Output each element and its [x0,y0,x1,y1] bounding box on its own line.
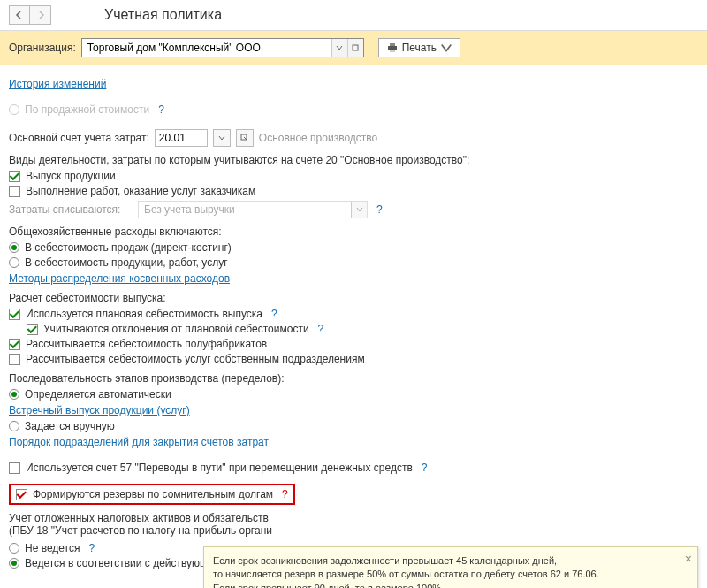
stages-manual-radio[interactable] [9,421,19,431]
semi-finished-label: Рассчитывается себестоимость полуфабрика… [26,338,267,350]
overhead-prod-label: В себестоимость продукции, работ, услуг [25,256,228,269]
doubtful-reserves-label: Формируются резервы по сомнительным долг… [33,488,273,500]
account57-label: Используется счет 57 "Переводы в пути" п… [26,462,413,474]
deferred-sub-label: (ПБУ 18 "Учет расчетов по налогу на приб… [9,524,698,537]
account57-checkbox[interactable] [9,462,20,474]
doubtful-reserves-highlight: Формируются резервы по сомнительным долг… [9,484,295,505]
work-services-label: Выполнение работ, оказание услуг заказчи… [26,185,255,197]
writeoff-value: Без учета выручки [139,202,351,218]
product-output-label: Выпуск продукции [26,170,116,182]
main-account-dropdown[interactable] [213,129,231,147]
not-kept-radio[interactable] [9,543,19,554]
not-kept-label: Не ведется [25,542,80,554]
organization-field[interactable] [81,38,364,57]
organization-label: Организация: [9,42,76,54]
svg-rect-2 [390,43,395,46]
tooltip-panel: × Если срок возникновения задолженности … [203,546,698,581]
work-services-checkbox[interactable] [9,186,20,197]
semi-finished-checkbox[interactable] [9,339,20,350]
deferred-label: Учет отложенных налоговых активов и обяз… [9,512,698,524]
stages-manual-label: Задается вручную [25,420,115,432]
stages-auto-radio[interactable] [9,389,19,400]
deviations-label: Учитываются отклонения от плановой себес… [43,323,309,335]
main-account-input[interactable] [155,129,208,147]
page-title: Учетная политика [104,7,222,23]
overhead-direct-radio[interactable] [9,242,19,253]
overhead-direct-label: В себестоимость продаж (директ-костинг) [25,241,232,254]
planned-cost-checkbox[interactable] [9,309,20,320]
own-services-label: Рассчитывается себестоимость услуг собст… [26,353,365,365]
chevron-down-icon [440,42,452,54]
history-link[interactable]: История изменений [9,78,106,90]
svg-rect-0 [353,45,358,50]
stages-auto-label: Определяется автоматически [25,388,171,401]
help-icon[interactable]: ? [318,323,324,335]
sales-cost-radio[interactable] [9,104,19,115]
overhead-label: Общехозяйственные расходы включаются: [9,225,698,238]
overhead-prod-radio[interactable] [9,257,19,268]
cost-calc-label: Расчет себестоимости выпуска: [9,292,698,304]
product-output-checkbox[interactable] [9,171,20,182]
writeoff-select[interactable]: Без учета выручки [138,201,368,218]
stages-label: Последовательность этапов производства (… [9,372,698,385]
tooltip-line: то начисляется резерв в размере 50% от с… [213,568,673,581]
help-icon[interactable]: ? [282,488,288,500]
writeoff-label: Затраты списываются: [9,203,133,216]
doubtful-reserves-checkbox[interactable] [16,489,27,500]
sales-cost-label: По продажной стоимости [25,103,149,116]
organization-dropdown-button[interactable] [331,39,347,57]
tooltip-close-icon[interactable]: × [685,551,692,569]
help-icon[interactable]: ? [88,542,95,554]
main-account-desc: Основное производство [259,132,377,144]
svg-rect-3 [390,50,395,52]
help-icon[interactable]: ? [158,103,164,116]
activities-label: Виды деятельности, затраты по которым уч… [9,154,698,166]
help-icon[interactable]: ? [271,308,277,320]
nav-forward-button[interactable] [30,5,51,25]
organization-input[interactable] [82,39,331,57]
planned-cost-label: Используется плановая себестоимость выпу… [26,308,262,320]
help-icon[interactable]: ? [376,203,383,216]
printer-icon [386,42,399,54]
main-account-label: Основной счет учета затрат: [9,132,149,144]
writeoff-dropdown[interactable] [351,202,367,218]
main-account-open[interactable] [236,129,254,147]
deviations-checkbox[interactable] [27,324,38,335]
close-order-link[interactable]: Порядок подразделений для закрытия счето… [9,436,269,448]
help-icon[interactable]: ? [422,462,428,474]
pbu-current-radio[interactable] [9,558,19,569]
nav-back-button[interactable] [9,5,30,25]
indirect-methods-link[interactable]: Методы распределения косвенных расходов [9,272,230,285]
organization-open-button[interactable] [347,39,363,57]
print-button[interactable]: Печать [378,38,460,57]
tooltip-line: Если срок возникновения задолженности пр… [213,554,673,568]
print-button-label: Печать [402,42,437,54]
own-services-checkbox[interactable] [9,354,20,365]
counter-output-link[interactable]: Встречный выпуск продукции (услуг) [9,404,190,416]
